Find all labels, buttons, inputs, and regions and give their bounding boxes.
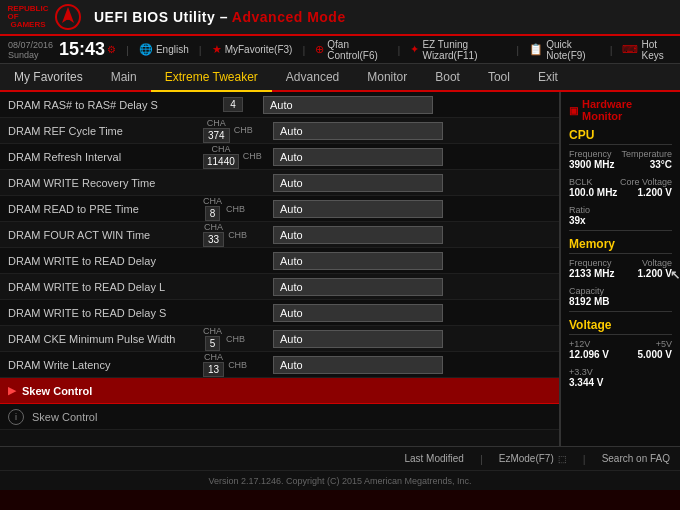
- table-row: DRAM RAS# to RAS# Delay S 4 Auto: [0, 92, 559, 118]
- day-display: Sunday: [8, 50, 53, 60]
- cpu-bclk-row: BCLK 100.0 MHz Core Voltage 1.200 V: [569, 177, 672, 202]
- divider: [569, 230, 672, 231]
- search-faq-button[interactable]: Search on FAQ: [602, 453, 670, 464]
- table-row: DRAM WRITE to READ Delay S Auto: [0, 300, 559, 326]
- table-row: DRAM WRITE Recovery Time Auto: [0, 170, 559, 196]
- header: REPUBLIC OF GAMERS UEFI BIOS Utility – A…: [0, 0, 680, 36]
- expand-arrow-icon: ▶: [8, 384, 16, 397]
- footer-bar: Last Modified | EzMode(F7) ⬚ | Search on…: [0, 446, 680, 470]
- memory-section-title: Memory: [569, 237, 672, 254]
- toolbar-myfavorite[interactable]: ★ MyFavorite(F3): [212, 43, 293, 56]
- star-icon: ★: [212, 43, 222, 56]
- skew-info-row: i Skew Control: [0, 404, 559, 430]
- table-row: DRAM REF Cycle Time CHA 374 CHB Auto: [0, 118, 559, 144]
- divider: [569, 311, 672, 312]
- nav-item-tool[interactable]: Tool: [474, 64, 524, 90]
- mem-capacity-row: Capacity 8192 MB: [569, 286, 672, 307]
- settings-table: DRAM RAS# to RAS# Delay S 4 Auto DRAM RE…: [0, 92, 560, 446]
- nav-item-main[interactable]: Main: [97, 64, 151, 90]
- fan-icon: ⊕: [315, 43, 324, 56]
- hardware-monitor-title: Hardware Monitor: [569, 98, 672, 122]
- mem-freq-row: Frequency 2133 MHz Voltage 1.200 V: [569, 258, 672, 283]
- table-row: DRAM FOUR ACT WIN Time CHA 33 CHB Auto: [0, 222, 559, 248]
- skew-control-row[interactable]: ▶ Skew Control: [0, 378, 559, 404]
- ez-mode-button[interactable]: EzMode(F7) ⬚: [499, 453, 567, 464]
- volt-33-row: +3.3V 3.344 V: [569, 367, 672, 388]
- table-row: DRAM READ to PRE Time CHA 8 CHB Auto: [0, 196, 559, 222]
- cpu-ratio-row: Ratio 39x: [569, 205, 672, 226]
- nav-item-monitor[interactable]: Monitor: [353, 64, 421, 90]
- nav-item-favorites[interactable]: My Favorites: [0, 64, 97, 90]
- version-bar: Version 2.17.1246. Copyright (C) 2015 Am…: [0, 470, 680, 490]
- table-row: DRAM Write Latency CHA 13 CHB Auto: [0, 352, 559, 378]
- toolbar-quick-note[interactable]: 📋 Quick Note(F9): [529, 39, 599, 61]
- table-row: DRAM CKE Minimum Pulse Width CHA 5 CHB A…: [0, 326, 559, 352]
- toolbar-ez-tuning[interactable]: ✦ EZ Tuning Wizard(F11): [410, 39, 506, 61]
- table-row: DRAM WRITE to READ Delay L Auto: [0, 274, 559, 300]
- nav-bar: My Favorites Main Extreme Tweaker Advanc…: [0, 64, 680, 92]
- nav-item-exit[interactable]: Exit: [524, 64, 572, 90]
- bios-title: UEFI BIOS Utility – Advanced Mode: [94, 9, 346, 25]
- svg-point-2: [65, 14, 71, 20]
- hardware-monitor-panel: Hardware Monitor CPU Frequency 3900 MHz …: [560, 92, 680, 446]
- wand-icon: ✦: [410, 43, 419, 56]
- keyboard-icon: ⌨: [622, 43, 638, 56]
- main-content: DRAM RAS# to RAS# Delay S 4 Auto DRAM RE…: [0, 92, 680, 446]
- settings-icon[interactable]: ⚙: [107, 44, 116, 55]
- cpu-section-title: CPU: [569, 128, 672, 145]
- nav-item-boot[interactable]: Boot: [421, 64, 474, 90]
- rog-icon: [54, 3, 82, 31]
- toolbar: 08/07/2016 Sunday 15:43 ⚙ | 🌐 English | …: [0, 36, 680, 64]
- value-auto-0[interactable]: Auto: [263, 96, 433, 114]
- mem-volt-block: Voltage 1.200 V: [638, 258, 672, 279]
- table-row: DRAM WRITE to READ Delay Auto: [0, 248, 559, 274]
- globe-icon: 🌐: [139, 43, 153, 56]
- nav-item-advanced[interactable]: Advanced: [272, 64, 353, 90]
- last-modified-item[interactable]: Last Modified: [404, 453, 463, 464]
- toolbar-qfan[interactable]: ⊕ Qfan Control(F6): [315, 39, 387, 61]
- nav-item-extreme-tweaker[interactable]: Extreme Tweaker: [151, 64, 272, 92]
- rog-logo: REPUBLIC OF GAMERS: [8, 3, 82, 31]
- toolbar-language[interactable]: 🌐 English: [139, 43, 189, 56]
- date-display: 08/07/2016: [8, 40, 53, 50]
- toolbar-hotkeys[interactable]: ⌨ Hot Keys: [622, 39, 672, 61]
- voltage-section-title: Voltage: [569, 318, 672, 335]
- time-display: 15:43: [59, 39, 105, 60]
- volt-12-row: +12V 12.096 V +5V 5.000 V: [569, 339, 672, 364]
- info-icon: i: [8, 409, 24, 425]
- table-row: DRAM Refresh Interval CHA 11440 CHB Auto: [0, 144, 559, 170]
- cpu-freq-row: Frequency 3900 MHz Temperature 33°C: [569, 149, 672, 174]
- note-icon: 📋: [529, 43, 543, 56]
